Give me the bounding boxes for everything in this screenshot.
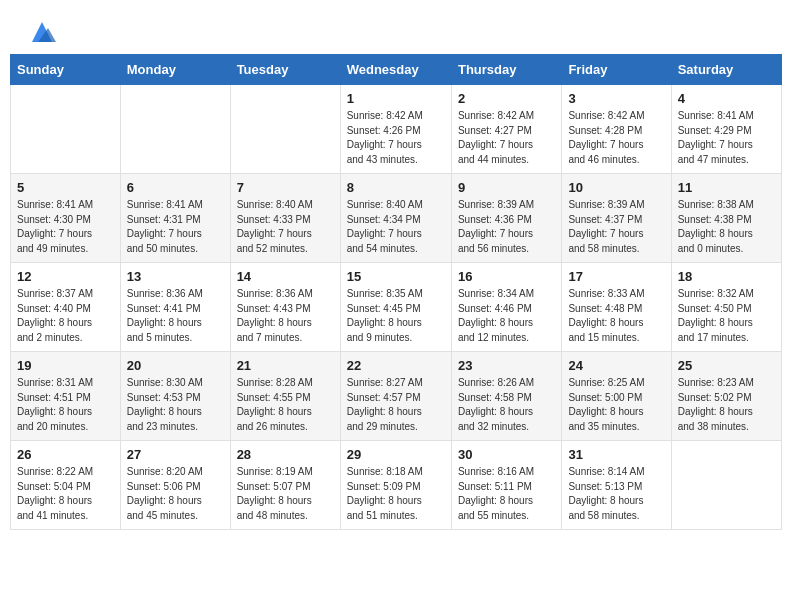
day-info: Sunrise: 8:41 AM Sunset: 4:29 PM Dayligh… (678, 109, 775, 167)
day-info: Sunrise: 8:27 AM Sunset: 4:57 PM Dayligh… (347, 376, 445, 434)
day-number: 28 (237, 447, 334, 462)
calendar-day-cell: 1Sunrise: 8:42 AM Sunset: 4:26 PM Daylig… (340, 85, 451, 174)
calendar-week-row: 5Sunrise: 8:41 AM Sunset: 4:30 PM Daylig… (11, 174, 782, 263)
calendar-day-cell: 21Sunrise: 8:28 AM Sunset: 4:55 PM Dayli… (230, 352, 340, 441)
calendar-day-cell: 24Sunrise: 8:25 AM Sunset: 5:00 PM Dayli… (562, 352, 671, 441)
calendar-day-cell (230, 85, 340, 174)
day-number: 17 (568, 269, 664, 284)
calendar-day-cell: 27Sunrise: 8:20 AM Sunset: 5:06 PM Dayli… (120, 441, 230, 530)
calendar-day-cell: 29Sunrise: 8:18 AM Sunset: 5:09 PM Dayli… (340, 441, 451, 530)
page-header (0, 0, 792, 54)
day-number: 31 (568, 447, 664, 462)
calendar-day-cell: 20Sunrise: 8:30 AM Sunset: 4:53 PM Dayli… (120, 352, 230, 441)
calendar-day-cell: 30Sunrise: 8:16 AM Sunset: 5:11 PM Dayli… (451, 441, 561, 530)
day-info: Sunrise: 8:38 AM Sunset: 4:38 PM Dayligh… (678, 198, 775, 256)
day-info: Sunrise: 8:42 AM Sunset: 4:26 PM Dayligh… (347, 109, 445, 167)
calendar-day-cell: 25Sunrise: 8:23 AM Sunset: 5:02 PM Dayli… (671, 352, 781, 441)
calendar-day-cell: 9Sunrise: 8:39 AM Sunset: 4:36 PM Daylig… (451, 174, 561, 263)
day-number: 27 (127, 447, 224, 462)
day-of-week-header: Friday (562, 55, 671, 85)
day-info: Sunrise: 8:23 AM Sunset: 5:02 PM Dayligh… (678, 376, 775, 434)
calendar-header: SundayMondayTuesdayWednesdayThursdayFrid… (11, 55, 782, 85)
day-number: 24 (568, 358, 664, 373)
day-number: 19 (17, 358, 114, 373)
day-info: Sunrise: 8:26 AM Sunset: 4:58 PM Dayligh… (458, 376, 555, 434)
day-info: Sunrise: 8:33 AM Sunset: 4:48 PM Dayligh… (568, 287, 664, 345)
calendar-day-cell: 2Sunrise: 8:42 AM Sunset: 4:27 PM Daylig… (451, 85, 561, 174)
day-number: 21 (237, 358, 334, 373)
calendar-day-cell: 3Sunrise: 8:42 AM Sunset: 4:28 PM Daylig… (562, 85, 671, 174)
day-number: 12 (17, 269, 114, 284)
calendar-day-cell: 10Sunrise: 8:39 AM Sunset: 4:37 PM Dayli… (562, 174, 671, 263)
calendar-day-cell: 18Sunrise: 8:32 AM Sunset: 4:50 PM Dayli… (671, 263, 781, 352)
day-number: 14 (237, 269, 334, 284)
day-info: Sunrise: 8:42 AM Sunset: 4:27 PM Dayligh… (458, 109, 555, 167)
calendar-day-cell: 22Sunrise: 8:27 AM Sunset: 4:57 PM Dayli… (340, 352, 451, 441)
day-info: Sunrise: 8:19 AM Sunset: 5:07 PM Dayligh… (237, 465, 334, 523)
day-number: 22 (347, 358, 445, 373)
calendar-day-cell: 23Sunrise: 8:26 AM Sunset: 4:58 PM Dayli… (451, 352, 561, 441)
day-number: 13 (127, 269, 224, 284)
day-number: 6 (127, 180, 224, 195)
day-info: Sunrise: 8:22 AM Sunset: 5:04 PM Dayligh… (17, 465, 114, 523)
calendar-week-row: 19Sunrise: 8:31 AM Sunset: 4:51 PM Dayli… (11, 352, 782, 441)
day-info: Sunrise: 8:41 AM Sunset: 4:31 PM Dayligh… (127, 198, 224, 256)
calendar-wrapper: SundayMondayTuesdayWednesdayThursdayFrid… (0, 54, 792, 540)
day-number: 26 (17, 447, 114, 462)
day-number: 11 (678, 180, 775, 195)
day-info: Sunrise: 8:30 AM Sunset: 4:53 PM Dayligh… (127, 376, 224, 434)
day-number: 9 (458, 180, 555, 195)
calendar-day-cell (11, 85, 121, 174)
day-number: 29 (347, 447, 445, 462)
calendar-day-cell: 12Sunrise: 8:37 AM Sunset: 4:40 PM Dayli… (11, 263, 121, 352)
calendar-day-cell: 31Sunrise: 8:14 AM Sunset: 5:13 PM Dayli… (562, 441, 671, 530)
calendar-day-cell (671, 441, 781, 530)
calendar-week-row: 26Sunrise: 8:22 AM Sunset: 5:04 PM Dayli… (11, 441, 782, 530)
calendar-day-cell: 28Sunrise: 8:19 AM Sunset: 5:07 PM Dayli… (230, 441, 340, 530)
day-number: 7 (237, 180, 334, 195)
logo-icon (28, 18, 56, 46)
day-info: Sunrise: 8:14 AM Sunset: 5:13 PM Dayligh… (568, 465, 664, 523)
day-of-week-header: Thursday (451, 55, 561, 85)
day-info: Sunrise: 8:39 AM Sunset: 4:36 PM Dayligh… (458, 198, 555, 256)
day-number: 30 (458, 447, 555, 462)
day-info: Sunrise: 8:31 AM Sunset: 4:51 PM Dayligh… (17, 376, 114, 434)
day-info: Sunrise: 8:36 AM Sunset: 4:41 PM Dayligh… (127, 287, 224, 345)
calendar-day-cell: 5Sunrise: 8:41 AM Sunset: 4:30 PM Daylig… (11, 174, 121, 263)
calendar-day-cell: 15Sunrise: 8:35 AM Sunset: 4:45 PM Dayli… (340, 263, 451, 352)
day-info: Sunrise: 8:34 AM Sunset: 4:46 PM Dayligh… (458, 287, 555, 345)
day-number: 18 (678, 269, 775, 284)
logo (24, 18, 56, 46)
day-info: Sunrise: 8:20 AM Sunset: 5:06 PM Dayligh… (127, 465, 224, 523)
day-info: Sunrise: 8:40 AM Sunset: 4:34 PM Dayligh… (347, 198, 445, 256)
calendar-day-cell: 8Sunrise: 8:40 AM Sunset: 4:34 PM Daylig… (340, 174, 451, 263)
day-number: 1 (347, 91, 445, 106)
day-of-week-header: Tuesday (230, 55, 340, 85)
day-number: 2 (458, 91, 555, 106)
day-of-week-header: Saturday (671, 55, 781, 85)
calendar-body: 1Sunrise: 8:42 AM Sunset: 4:26 PM Daylig… (11, 85, 782, 530)
day-number: 4 (678, 91, 775, 106)
calendar-day-cell: 7Sunrise: 8:40 AM Sunset: 4:33 PM Daylig… (230, 174, 340, 263)
calendar-day-cell (120, 85, 230, 174)
day-info: Sunrise: 8:32 AM Sunset: 4:50 PM Dayligh… (678, 287, 775, 345)
calendar-day-cell: 13Sunrise: 8:36 AM Sunset: 4:41 PM Dayli… (120, 263, 230, 352)
day-info: Sunrise: 8:40 AM Sunset: 4:33 PM Dayligh… (237, 198, 334, 256)
day-number: 20 (127, 358, 224, 373)
day-info: Sunrise: 8:41 AM Sunset: 4:30 PM Dayligh… (17, 198, 114, 256)
day-info: Sunrise: 8:42 AM Sunset: 4:28 PM Dayligh… (568, 109, 664, 167)
calendar-day-cell: 14Sunrise: 8:36 AM Sunset: 4:43 PM Dayli… (230, 263, 340, 352)
day-of-week-header: Sunday (11, 55, 121, 85)
day-info: Sunrise: 8:28 AM Sunset: 4:55 PM Dayligh… (237, 376, 334, 434)
day-info: Sunrise: 8:18 AM Sunset: 5:09 PM Dayligh… (347, 465, 445, 523)
day-info: Sunrise: 8:37 AM Sunset: 4:40 PM Dayligh… (17, 287, 114, 345)
calendar-day-cell: 6Sunrise: 8:41 AM Sunset: 4:31 PM Daylig… (120, 174, 230, 263)
day-number: 10 (568, 180, 664, 195)
calendar-day-cell: 11Sunrise: 8:38 AM Sunset: 4:38 PM Dayli… (671, 174, 781, 263)
day-number: 15 (347, 269, 445, 284)
day-info: Sunrise: 8:36 AM Sunset: 4:43 PM Dayligh… (237, 287, 334, 345)
calendar-day-cell: 4Sunrise: 8:41 AM Sunset: 4:29 PM Daylig… (671, 85, 781, 174)
day-number: 23 (458, 358, 555, 373)
calendar-table: SundayMondayTuesdayWednesdayThursdayFrid… (10, 54, 782, 530)
calendar-week-row: 1Sunrise: 8:42 AM Sunset: 4:26 PM Daylig… (11, 85, 782, 174)
